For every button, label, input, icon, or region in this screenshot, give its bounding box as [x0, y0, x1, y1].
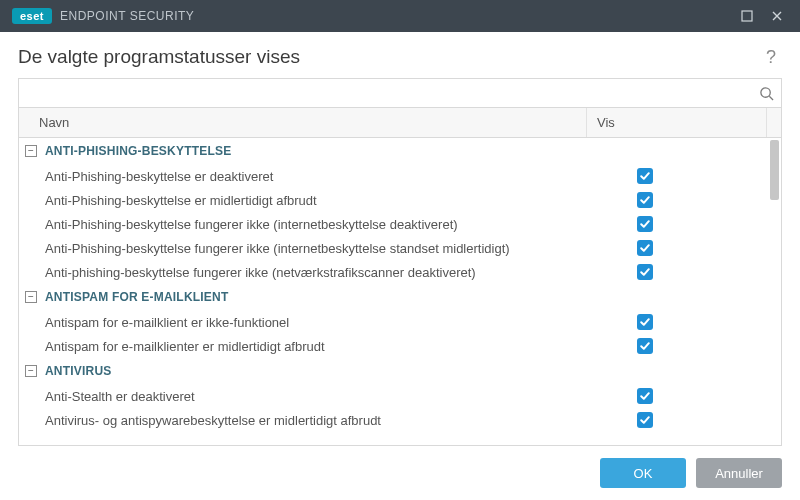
row-label: Anti-Phishing-beskyttelse er midlertidig… — [19, 193, 587, 208]
table-row: Antispam for e-mailklienter er midlertid… — [19, 334, 781, 358]
visibility-checkbox[interactable] — [637, 216, 653, 232]
titlebar: eset ENDPOINT SECURITY — [0, 0, 800, 32]
page-title: De valgte programstatusser vises — [18, 46, 300, 68]
collapse-icon[interactable]: − — [25, 291, 37, 303]
collapse-icon[interactable]: − — [25, 145, 37, 157]
dialog-footer: OK Annuller — [0, 446, 800, 500]
group-title: ANTISPAM FOR E-MAILKLIENT — [45, 290, 228, 304]
column-header-name[interactable]: Navn — [19, 108, 587, 137]
table-row: Anti-Phishing-beskyttelse er deaktiveret — [19, 164, 781, 188]
table-row: Anti-Phishing-beskyttelse fungerer ikke … — [19, 236, 781, 260]
visibility-checkbox[interactable] — [637, 314, 653, 330]
column-header-vis[interactable]: Vis — [587, 108, 767, 137]
search-input[interactable] — [27, 80, 757, 106]
visibility-checkbox[interactable] — [637, 192, 653, 208]
row-label: Antispam for e-mailklient er ikke-funkti… — [19, 315, 587, 330]
table-row: Anti-phishing-beskyttelse fungerer ikke … — [19, 260, 781, 284]
table-row: Antivirus- og antispywarebeskyttelse er … — [19, 408, 781, 432]
row-label: Anti-Phishing-beskyttelse fungerer ikke … — [19, 217, 587, 232]
cancel-button[interactable]: Annuller — [696, 458, 782, 488]
content-area: De valgte programstatusser vises ? Navn … — [0, 32, 800, 446]
svg-rect-0 — [742, 11, 752, 21]
visibility-checkbox[interactable] — [637, 168, 653, 184]
row-label: Antivirus- og antispywarebeskyttelse er … — [19, 413, 587, 428]
help-button[interactable]: ? — [760, 47, 782, 68]
visibility-checkbox[interactable] — [637, 338, 653, 354]
row-label: Anti-Phishing-beskyttelse fungerer ikke … — [19, 241, 587, 256]
table-row: Anti-Stealth er deaktiveret — [19, 384, 781, 408]
group-header[interactable]: −ANTIVIRUS — [19, 358, 781, 384]
visibility-checkbox[interactable] — [637, 240, 653, 256]
search-row — [18, 78, 782, 108]
window-close-button[interactable] — [762, 0, 792, 32]
row-label: Anti-Phishing-beskyttelse er deaktiveret — [19, 169, 587, 184]
group-title: ANTIVIRUS — [45, 364, 111, 378]
group-title: ANTI-PHISHING-BESKYTTELSE — [45, 144, 231, 158]
visibility-checkbox[interactable] — [637, 412, 653, 428]
window-minimize-button[interactable] — [732, 0, 762, 32]
scrollbar[interactable] — [768, 138, 781, 445]
table-header: Navn Vis — [18, 108, 782, 138]
row-label: Antispam for e-mailklienter er midlertid… — [19, 339, 587, 354]
row-label: Anti-phishing-beskyttelse fungerer ikke … — [19, 265, 587, 280]
table-row: Anti-Phishing-beskyttelse fungerer ikke … — [19, 212, 781, 236]
visibility-checkbox[interactable] — [637, 264, 653, 280]
group-header[interactable]: −ANTISPAM FOR E-MAILKLIENT — [19, 284, 781, 310]
search-icon[interactable] — [757, 84, 775, 102]
brand-badge: eset — [12, 8, 52, 24]
product-name: ENDPOINT SECURITY — [60, 9, 194, 23]
visibility-checkbox[interactable] — [637, 388, 653, 404]
table-row: Anti-Phishing-beskyttelse er midlertidig… — [19, 188, 781, 212]
table-row: Antispam for e-mailklient er ikke-funkti… — [19, 310, 781, 334]
group-header[interactable]: −ANTI-PHISHING-BESKYTTELSE — [19, 138, 781, 164]
collapse-icon[interactable]: − — [25, 365, 37, 377]
page-header: De valgte programstatusser vises ? — [18, 46, 782, 68]
scrollbar-thumb[interactable] — [770, 140, 779, 200]
svg-point-1 — [760, 87, 769, 96]
table-body: −ANTI-PHISHING-BESKYTTELSEAnti-Phishing-… — [18, 138, 782, 446]
ok-button[interactable]: OK — [600, 458, 686, 488]
row-label: Anti-Stealth er deaktiveret — [19, 389, 587, 404]
